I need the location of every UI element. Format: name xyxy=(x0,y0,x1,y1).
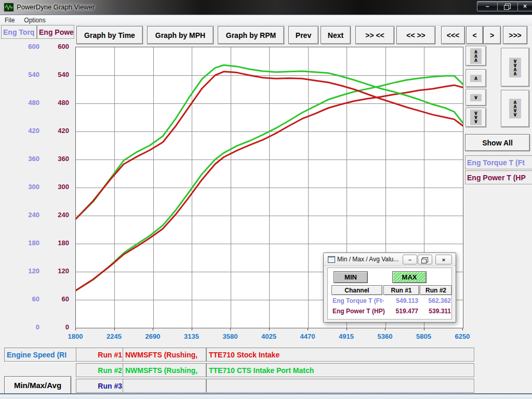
max-button[interactable]: MAX xyxy=(392,271,427,283)
legend-torque[interactable]: Eng Torque T (Ft xyxy=(465,155,532,169)
run3-desc-box[interactable] xyxy=(206,379,474,393)
y-axis-label-torque: 480 xyxy=(11,99,39,107)
minmax-minimize-button[interactable]: – xyxy=(403,255,417,264)
y-axis-label-torque: 180 xyxy=(11,239,39,247)
column-header-run1[interactable]: Run #1 xyxy=(383,285,419,295)
column-header-run2[interactable]: Run #2 xyxy=(420,285,452,295)
y-axis-label-power: 300 xyxy=(41,183,69,191)
minmaxavg-label: Min/Max/Avg xyxy=(14,381,61,390)
column-header-channel[interactable]: Channel xyxy=(331,285,382,295)
minmax-table-panel: MIN MAX Channel Run #1 Run #2 Eng Torque… xyxy=(327,268,452,320)
restore-icon xyxy=(422,257,428,262)
scroll-down-fast-button[interactable]: ∨∨∨ xyxy=(466,108,486,127)
powerdyne-window: PowerDyne Graph Viewer – × FileOptions E… xyxy=(0,0,532,399)
menu-item-file[interactable]: File xyxy=(0,16,19,24)
minmax-restore-button[interactable] xyxy=(418,255,432,264)
x-channel-box[interactable]: Engine Speed (RI xyxy=(4,348,78,362)
x-axis-label: 3580 xyxy=(215,332,245,340)
minmax-values-window[interactable]: Min / Max / Avg Valu... – × MIN MAX Chan… xyxy=(323,252,456,323)
run1-label-box[interactable]: Run #1 xyxy=(76,348,125,362)
y-axis-label-torque: 240 xyxy=(11,211,39,219)
toolbar-button-scroll-right[interactable]: > xyxy=(483,26,501,44)
x-channel-label: Engine Speed (RI xyxy=(7,351,66,359)
y-axis-label-power: 180 xyxy=(41,239,69,247)
minmaxavg-button[interactable]: Min/Max/Avg xyxy=(4,376,71,394)
run1-file-box[interactable]: NWMSFTS (Rushing, xyxy=(123,348,206,362)
close-button[interactable]: × xyxy=(517,1,532,11)
toolbar-button-scroll-left[interactable]: < xyxy=(466,26,483,44)
toolbar-button-graph-by-mph[interactable]: Graph by MPH xyxy=(147,26,214,44)
minmax-close-button[interactable]: × xyxy=(435,255,452,264)
run1-desc-box[interactable]: TTE710 Stock Intake xyxy=(206,348,474,362)
legend-power[interactable]: Eng Power T (HP xyxy=(465,170,532,184)
y-axis-label-power: 420 xyxy=(41,127,69,135)
scroll-up-button[interactable]: ∧ xyxy=(466,69,486,87)
menu-item-options[interactable]: Options xyxy=(19,16,50,24)
channel-tab-torque[interactable]: Eng Torq xyxy=(1,25,37,39)
legend-power-label: Eng Power T (HP xyxy=(467,174,526,182)
run2-file-box[interactable]: NWMSFTS (Rushing, xyxy=(123,363,206,377)
minmax-window-titlebar[interactable]: Min / Max / Avg Valu... – × xyxy=(324,253,456,266)
y-axis-label-power: 0 xyxy=(41,323,69,331)
toolbar-button-zoom-in-x[interactable]: >> << xyxy=(355,26,394,44)
x-axis-label: 4915 xyxy=(331,332,362,340)
x-axis-label: 3135 xyxy=(177,332,207,340)
title-bar[interactable]: PowerDyne Graph Viewer – × xyxy=(0,0,532,15)
channel-tab-power-label: Eng Powe xyxy=(39,28,74,36)
run3-file-box[interactable] xyxy=(123,379,206,393)
y-axis-label-torque: 540 xyxy=(11,71,39,78)
x-axis-label: 4470 xyxy=(292,332,323,340)
minimize-icon: – xyxy=(486,3,489,10)
channel-tab-power[interactable]: Eng Powe xyxy=(37,25,74,39)
scroll-down-button[interactable]: ∨ xyxy=(466,89,486,106)
run2-desc-box[interactable]: TTE710 CTS Intake Port Match xyxy=(206,363,474,377)
y-axis-label-power: 600 xyxy=(41,43,69,50)
window-title: PowerDyne Graph Viewer xyxy=(17,3,95,11)
channel-tab-torque-label: Eng Torq xyxy=(3,28,34,36)
min-button[interactable]: MIN xyxy=(334,271,368,283)
zoom-in-y-button[interactable]: ∨∨∧∧ xyxy=(501,48,529,87)
toolbar-button-graph-by-time[interactable]: Graph by Time xyxy=(76,26,143,44)
show-all-button[interactable]: Show All xyxy=(465,134,530,151)
row-power-run1: 519.477 xyxy=(383,308,418,315)
maximize-button[interactable] xyxy=(497,1,518,11)
run2-label-box[interactable]: Run #2 xyxy=(76,363,125,377)
menu-bar: FileOptions xyxy=(0,15,532,25)
min-button-label: MIN xyxy=(344,273,357,281)
y-axis-label-power: 540 xyxy=(41,71,69,78)
y-axis-label-power: 120 xyxy=(41,267,69,275)
x-axis-label: 6250 xyxy=(447,332,477,340)
minmax-window-title: Min / Max / Avg Valu... xyxy=(337,256,398,263)
toolbar-button-scroll-last[interactable]: >>> xyxy=(503,26,527,44)
scroll-down-icon: ∨ xyxy=(470,94,482,101)
minimize-button[interactable]: – xyxy=(477,1,498,11)
toolbar-button-next[interactable]: Next xyxy=(321,26,351,44)
scroll-up-fast-icon: ∧∧∧ xyxy=(470,48,482,64)
y-axis-label-torque: 420 xyxy=(11,127,39,135)
scroll-up-icon: ∧ xyxy=(470,75,482,82)
close-icon: × xyxy=(523,3,527,10)
y-axis-label-torque: 360 xyxy=(11,155,39,163)
toolbar-button-prev[interactable]: Prev xyxy=(288,26,318,44)
y-axis-label-power: 360 xyxy=(41,155,69,163)
show-all-label: Show All xyxy=(482,139,513,147)
x-axis-label: 5360 xyxy=(370,332,400,340)
minimize-icon: – xyxy=(408,257,411,263)
close-icon: × xyxy=(442,257,445,263)
y-axis-label-torque: 600 xyxy=(11,43,39,50)
toolbar-button-zoom-out-x[interactable]: << >> xyxy=(396,26,435,44)
scroll-up-fast-button[interactable]: ∧∧∧ xyxy=(466,46,486,66)
zoom-out-y-button[interactable]: ∧∧∨∨ xyxy=(501,90,529,127)
run3-label-box[interactable]: Run #3 xyxy=(76,379,125,393)
zoom-in-y-icon: ∨∨∧∧ xyxy=(509,58,521,77)
toolbar-button-scroll-first[interactable]: <<< xyxy=(441,26,465,44)
y-axis-label-torque: 300 xyxy=(11,183,39,191)
legend-torque-label: Eng Torque T (Ft xyxy=(467,158,525,167)
row-torque-run1: 549.113 xyxy=(383,297,418,304)
app-waveform-icon xyxy=(4,3,14,12)
toolbar-button-graph-by-rpm[interactable]: Graph by RPM xyxy=(218,26,284,44)
scroll-down-fast-icon: ∨∨∨ xyxy=(470,110,482,125)
y-axis-label-power: 480 xyxy=(41,99,69,107)
row-power-run2: 539.311 xyxy=(420,308,451,315)
row-power-channel: Eng Power T (HP) xyxy=(332,308,385,315)
